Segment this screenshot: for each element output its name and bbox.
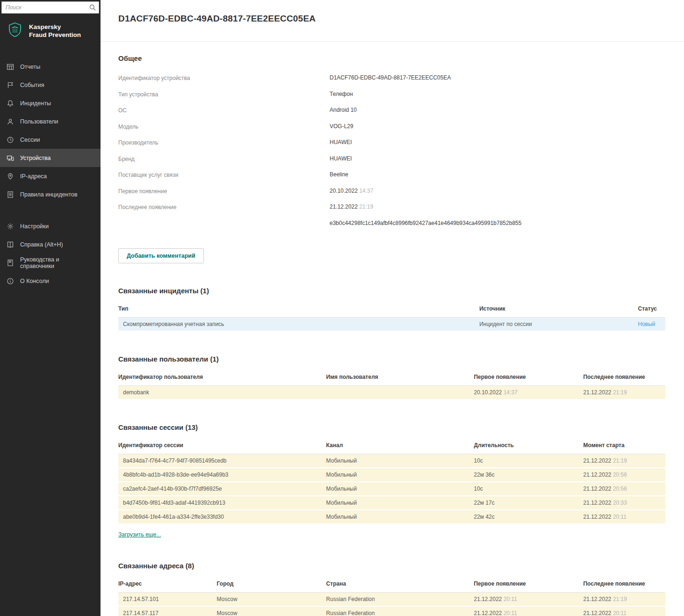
column-header: Момент старта	[583, 436, 665, 454]
incidents-title: Связанные инциденты (1)	[118, 287, 665, 295]
sidebar-item-devices[interactable]: Устройства	[0, 149, 101, 167]
field-label: ОС	[118, 107, 330, 114]
column-header: Тип	[118, 300, 479, 318]
column-header: Город	[217, 575, 326, 593]
session-row[interactable]: ca2aefc4-2aef-414b-930b-f7f7df96925e Моб…	[118, 482, 665, 496]
sidebar-item-label: О Консоли	[20, 278, 49, 284]
session-start-cell: 21.12.2022 20:33	[583, 496, 665, 510]
settings-gear-icon	[7, 223, 14, 230]
users-icon	[7, 118, 14, 125]
sidebar-item-incident-rules[interactable]: Правила инцидентов	[0, 185, 101, 203]
sidebar-item-users[interactable]: Пользователи	[0, 112, 101, 130]
incident-row[interactable]: Скомпрометированная учетная запись Инцид…	[118, 318, 665, 332]
column-header: Длительность	[474, 436, 583, 454]
field-value: Android 10	[330, 107, 357, 113]
incident-source-cell: Инцидент по сессии	[479, 318, 638, 332]
session-duration-cell: 10с	[474, 454, 583, 468]
sidebar-item-ip-addresses[interactable]: IP-адреса	[0, 167, 101, 185]
sessions-clock-icon	[7, 136, 14, 144]
field-label: Идентификатор устройства	[118, 74, 330, 81]
page-title: D1ACF76D-EDBC-49AD-8817-7EE2EECC05EA	[118, 14, 665, 24]
sidebar-item-about[interactable]: О Консоли	[0, 272, 101, 290]
field-first-seen: Первое появление 20.10.2022 14:37	[118, 188, 665, 204]
sessions-title: Связанные сессии (13)	[118, 423, 665, 431]
column-header: Источник	[479, 300, 638, 318]
last-seen-cell: 21.12.2022 20:11	[583, 606, 665, 616]
sidebar-menu: Отчеты События Инциденты	[0, 58, 101, 203]
session-row[interactable]: b4d7450b-9f81-4fd3-adaf-4419392cb913 Моб…	[118, 496, 665, 510]
sidebar-item-label: Справка (Alt+H)	[20, 241, 63, 248]
add-comment-button[interactable]: Добавить комментарий	[118, 248, 204, 263]
session-start-cell: 21.12.2022 20:11	[583, 510, 665, 524]
session-row[interactable]: 4b8bfc4b-ad1b-4928-b3de-ee94e94a69b3 Моб…	[118, 468, 665, 482]
column-header: Канал	[326, 436, 474, 454]
section-related-addresses: Связанные адреса (8) IP-адрес Город Стра…	[118, 562, 665, 616]
user-id-cell: demobank	[118, 386, 326, 400]
main-content: D1ACF76D-EDBC-49AD-8817-7EE2EECC05EA Общ…	[101, 0, 684, 616]
session-channel-cell: Мобильный	[326, 454, 474, 468]
column-header: Первое появление	[474, 368, 583, 386]
session-start-cell: 21.12.2022 20:56	[583, 468, 665, 482]
section-related-users: Связанные пользователи (1) Идентификатор…	[118, 355, 665, 400]
app-logo: Kaspersky Fraud Prevention	[0, 14, 101, 45]
field-label: Поставщик услуг связи	[118, 171, 330, 178]
sidebar-item-label: Пользователи	[20, 118, 58, 125]
user-row[interactable]: demobank 20.10.2022 14:37 21.12.2022 21:…	[118, 386, 665, 400]
field-label: Бренд	[118, 155, 330, 162]
user-last-seen-cell: 21.12.2022 21:19	[583, 386, 665, 400]
sidebar-item-incidents[interactable]: Инциденты	[0, 94, 101, 112]
rules-document-icon	[7, 191, 14, 198]
incidents-table: Тип Источник Статус Скомпрометированная …	[118, 300, 665, 332]
sidebar-item-guides[interactable]: Руководства и справочники	[0, 254, 101, 272]
sidebar-item-sessions[interactable]: Сессии	[0, 130, 101, 149]
address-row[interactable]: 217.14.57.101 Moscow Russian Federation …	[118, 593, 665, 607]
field-fingerprint-hash: e3b0c44298fc1c149afbf4c8996fb92427ae41e4…	[118, 220, 665, 236]
users-table: Идентификатор пользователя Имя пользоват…	[118, 368, 665, 400]
country-cell: Russian Federation	[326, 593, 474, 607]
sidebar-item-label: Руководства и справочники	[20, 256, 94, 269]
addresses-title: Связанные адреса (8)	[118, 562, 665, 570]
session-row[interactable]: 8a434da7-f764-4c77-94f7-90851495cedb Моб…	[118, 454, 665, 468]
addresses-header-row: IP-адрес Город Страна Первое появление П…	[118, 575, 665, 593]
column-header: Идентификатор сессии	[118, 436, 326, 454]
kaspersky-shield-icon	[6, 22, 24, 41]
session-duration-cell: 22м 42с	[474, 510, 583, 524]
session-start-cell: 21.12.2022 21:19	[583, 454, 665, 468]
session-id-cell: 4b8bfc4b-ad1b-4928-b3de-ee94e94a69b3	[118, 468, 326, 482]
field-value: HUAWEI	[330, 155, 352, 162]
search-input[interactable]	[2, 2, 99, 13]
column-header: Идентификатор пользователя	[118, 368, 326, 386]
session-duration-cell: 22м 36с	[474, 468, 583, 482]
incident-type-cell: Скомпрометированная учетная запись	[118, 318, 479, 332]
search-icon[interactable]	[89, 4, 96, 13]
session-row[interactable]: abe0b9d4-1fe4-461a-a334-2ffe3e33fd30 Моб…	[118, 510, 665, 524]
sidebar-item-help[interactable]: Справка (Alt+H)	[0, 235, 101, 254]
general-title: Общее	[118, 54, 665, 62]
field-carrier: Поставщик услуг связи Beeline	[118, 171, 665, 188]
addresses-table: IP-адрес Город Страна Первое появление П…	[118, 575, 665, 616]
column-header: Последнее появление	[583, 368, 665, 386]
field-value: 20.10.2022 14:37	[330, 188, 373, 194]
sidebar-item-settings[interactable]: Настройки	[0, 217, 101, 235]
session-channel-cell: Мобильный	[326, 482, 474, 496]
field-label: Производитель	[118, 139, 330, 146]
logo-line2: Fraud Prevention	[29, 31, 81, 39]
section-general: Общее Идентификатор устройства D1ACF76D-…	[118, 54, 665, 263]
users-title: Связанные пользователи (1)	[118, 355, 665, 363]
load-more-link[interactable]: Загрузить еще...	[118, 531, 161, 538]
about-info-icon	[7, 277, 14, 285]
search-bar[interactable]	[1, 1, 99, 14]
app: Kaspersky Fraud Prevention Отчеты Со	[0, 0, 684, 616]
field-value: Beeline	[330, 171, 348, 178]
session-channel-cell: Мобильный	[326, 510, 474, 524]
field-os: ОС Android 10	[118, 107, 665, 123]
field-manufacturer: Производитель HUAWEI	[118, 139, 665, 155]
sidebar-item-events[interactable]: События	[0, 76, 101, 94]
column-header: Имя пользователя	[326, 368, 474, 386]
sidebar-item-reports[interactable]: Отчеты	[0, 58, 101, 76]
incident-status-link[interactable]: Новый	[638, 321, 655, 327]
city-cell: Moscow	[217, 593, 326, 607]
ip-cell: 217.14.57.101	[118, 593, 217, 607]
address-row[interactable]: 217.14.57.117 Moscow Russian Federation …	[118, 606, 665, 616]
ip-cell: 217.14.57.117	[118, 606, 217, 616]
